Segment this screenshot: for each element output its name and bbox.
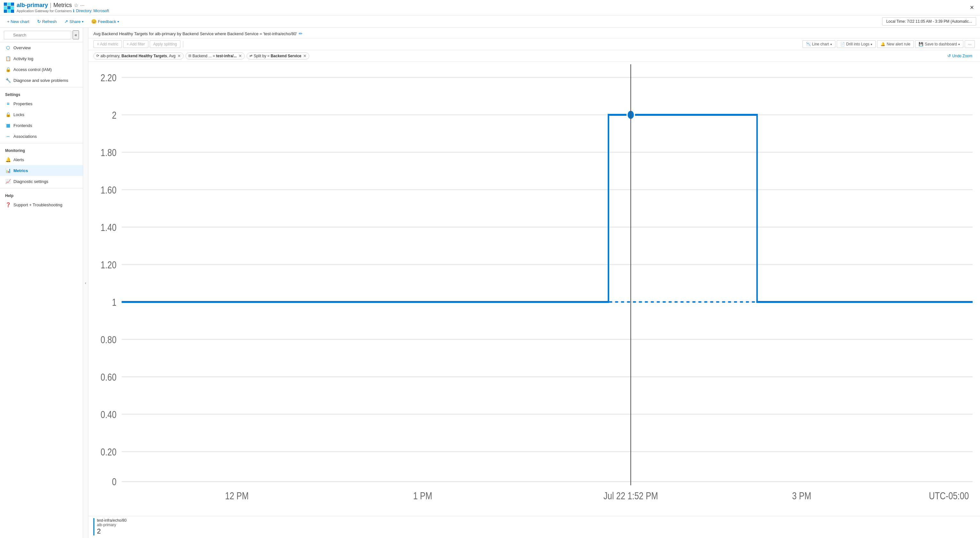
alert-rule-icon: 🔔 xyxy=(881,42,885,46)
chart-legend: test-infra/echo/80 alb-primary 2 xyxy=(88,516,980,538)
sidebar-item-diagnostic[interactable]: 📈 Diagnostic settings xyxy=(0,176,83,187)
more-toolbar-button[interactable]: ··· xyxy=(965,40,975,48)
drill-into-logs-button[interactable]: 📄 Drill into Logs ▾ xyxy=(837,40,876,48)
overview-icon: ⬡ xyxy=(5,45,11,51)
sidebar-item-diagnose[interactable]: 🔧 Diagnose and solve problems xyxy=(0,75,83,86)
line-chart-icon: 📉 xyxy=(806,42,811,46)
filter-chip[interactable]: ⊟ Backend ... = test-infra/... ✕ xyxy=(186,53,245,59)
app-logo-icon xyxy=(4,3,14,13)
svg-rect-3 xyxy=(4,6,7,9)
svg-rect-4 xyxy=(7,6,11,9)
app-logo: alb-primary | Metrics ☆ ··· Application … xyxy=(4,2,109,13)
title-separator: | xyxy=(50,2,51,9)
svg-text:1.20: 1.20 xyxy=(101,259,117,270)
search-input[interactable] xyxy=(4,31,71,39)
sidebar-divider-3 xyxy=(0,188,83,188)
sidebar-item-properties[interactable]: ≡ Properties xyxy=(0,98,83,109)
collapse-handle-icon: ‹ xyxy=(85,281,86,285)
svg-text:1.60: 1.60 xyxy=(101,184,117,196)
legend-series-subtitle: alb-primary xyxy=(97,523,127,527)
drill-chevron: ▾ xyxy=(870,43,872,46)
share-chevron-icon: ▾ xyxy=(82,20,83,23)
svg-rect-6 xyxy=(4,10,7,13)
sidebar-item-support[interactable]: ❓ Support + Troubleshooting xyxy=(0,199,83,210)
sidebar-settings-nav: ≡ Properties 🔒 Locks ▦ Frontends ↔ Assoc… xyxy=(0,98,83,142)
feedback-button[interactable]: 😊 Feedback ▾ xyxy=(88,17,122,25)
svg-text:0.20: 0.20 xyxy=(101,446,117,457)
new-chart-button[interactable]: + New chart xyxy=(4,18,33,25)
top-bar: alb-primary | Metrics ☆ ··· Application … xyxy=(0,0,980,15)
metric-chip[interactable]: ⟳ alb-primary, Backend Healthy Targets, … xyxy=(93,53,184,59)
directory-label: Directory: Microsoft xyxy=(76,9,109,13)
info-icon: ℹ xyxy=(73,9,75,13)
support-icon: ❓ xyxy=(5,202,11,208)
sidebar-item-associations[interactable]: ↔ Associations xyxy=(0,131,83,142)
sidebar-item-alerts[interactable]: 🔔 Alerts xyxy=(0,154,83,165)
associations-icon: ↔ xyxy=(5,134,11,139)
svg-text:UTC-05:00: UTC-05:00 xyxy=(929,490,969,501)
close-button[interactable]: ✕ xyxy=(967,3,976,12)
svg-text:2.20: 2.20 xyxy=(101,72,117,83)
sidebar-item-access-control[interactable]: 🔒 Access control (IAM) xyxy=(0,64,83,75)
undo-zoom-icon: ↺ xyxy=(947,53,951,58)
svg-text:3 PM: 3 PM xyxy=(792,490,811,501)
app-subtitle: Application Gateway for Containers xyxy=(17,9,72,13)
diagnose-icon: 🔧 xyxy=(5,77,11,83)
save-to-dashboard-button[interactable]: 💾 Save to dashboard ▾ xyxy=(915,40,963,48)
sidebar: 🔍 « ⬡ Overview 📋 Activity log 🔒 Access c… xyxy=(0,28,83,538)
help-group-label: Help xyxy=(0,190,83,199)
main-layout: 🔍 « ⬡ Overview 📋 Activity log 🔒 Access c… xyxy=(0,28,980,538)
sidebar-item-metrics[interactable]: 📊 Metrics xyxy=(0,165,83,176)
split-chip-remove[interactable]: ✕ xyxy=(303,54,306,58)
drill-icon: 📄 xyxy=(840,42,845,46)
split-chip-icon: ⇌ xyxy=(250,54,252,58)
svg-text:0.40: 0.40 xyxy=(101,409,117,420)
access-control-icon: 🔒 xyxy=(5,67,11,72)
feedback-chevron-icon: ▾ xyxy=(118,20,119,23)
chart-canvas-area: 2.20 2 1.80 1.60 1.40 1.20 1 0.80 0.60 0… xyxy=(88,62,980,516)
action-bar: + New chart ↻ Refresh ↗ Share ▾ 😊 Feedba… xyxy=(0,15,980,28)
svg-rect-7 xyxy=(7,10,11,13)
chart-title-text: Avg Backend Healthy Targets for alb-prim… xyxy=(93,31,297,36)
content-area: Avg Backend Healthy Targets for alb-prim… xyxy=(88,28,980,538)
app-resource-name: alb-primary xyxy=(17,2,48,9)
alerts-icon: 🔔 xyxy=(5,157,11,162)
undo-zoom-button[interactable]: ↺ Undo Zoom xyxy=(945,52,975,59)
locks-icon: 🔒 xyxy=(5,111,11,118)
metric-chip-text: alb-primary, Backend Healthy Targets, Av… xyxy=(100,54,176,58)
sidebar-item-activity-log[interactable]: 📋 Activity log xyxy=(0,53,83,64)
share-button[interactable]: ↗ Share ▾ xyxy=(61,17,87,25)
apply-splitting-button[interactable]: Apply splitting xyxy=(150,40,180,48)
svg-text:Jul 22 1:52 PM: Jul 22 1:52 PM xyxy=(603,490,658,501)
sidebar-item-frontends[interactable]: ▦ Frontends xyxy=(0,120,83,131)
edit-title-icon[interactable]: ✏ xyxy=(299,31,302,36)
collapse-sidebar-button[interactable]: « xyxy=(73,30,79,39)
sidebar-collapse-handle[interactable]: ‹ xyxy=(83,28,88,538)
more-options-icon[interactable]: ··· xyxy=(80,3,84,8)
refresh-icon: ↻ xyxy=(37,19,41,24)
sidebar-help-nav: ❓ Support + Troubleshooting xyxy=(0,199,83,210)
add-metric-button[interactable]: + Add metric xyxy=(93,40,122,48)
page-title: Metrics xyxy=(53,2,72,9)
save-chevron: ▾ xyxy=(958,43,960,46)
split-chip[interactable]: ⇌ Split by = Backend Service ✕ xyxy=(247,53,309,59)
refresh-button[interactable]: ↻ Refresh xyxy=(34,17,60,25)
new-alert-rule-button[interactable]: 🔔 New alert rule xyxy=(877,40,914,48)
metrics-icon: 📊 xyxy=(5,168,11,173)
svg-text:12 PM: 12 PM xyxy=(225,490,249,501)
favorite-icon[interactable]: ☆ xyxy=(74,2,78,8)
time-range-selector[interactable]: Local Time: 7/22 11:05 AM - 3:39 PM (Aut… xyxy=(882,17,976,25)
filter-chips-bar: ⟳ alb-primary, Backend Healthy Targets, … xyxy=(88,50,980,62)
add-filter-button[interactable]: + Add filter xyxy=(123,40,148,48)
line-chart-button[interactable]: 📉 Line chart ▾ xyxy=(802,40,835,48)
svg-text:0.60: 0.60 xyxy=(101,371,117,382)
sidebar-item-locks[interactable]: 🔒 Locks xyxy=(0,109,83,120)
monitoring-group-label: Monitoring xyxy=(0,145,83,154)
filter-chip-remove[interactable]: ✕ xyxy=(239,54,242,58)
activity-log-icon: 📋 xyxy=(5,56,11,61)
chart-svg: 2.20 2 1.80 1.60 1.40 1.20 1 0.80 0.60 0… xyxy=(88,64,980,513)
frontends-icon: ▦ xyxy=(5,123,11,128)
properties-icon: ≡ xyxy=(5,101,11,107)
metric-chip-remove[interactable]: ✕ xyxy=(178,54,181,58)
sidebar-item-overview[interactable]: ⬡ Overview xyxy=(0,42,83,53)
